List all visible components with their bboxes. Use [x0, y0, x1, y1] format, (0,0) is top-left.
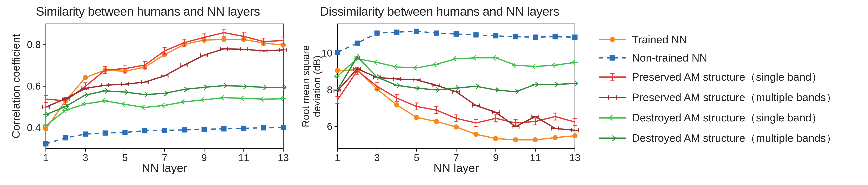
legend-swatch-square-icon [598, 51, 627, 64]
svg-point-247 [572, 133, 578, 138]
chart-similarity: Similarity between humans and NN layers … [6, 4, 289, 178]
svg-text:3: 3 [374, 152, 380, 163]
svg-rect-260 [572, 35, 578, 40]
svg-rect-253 [434, 31, 439, 36]
svg-point-242 [473, 132, 478, 137]
svg-text:NN layer: NN layer [142, 161, 187, 174]
svg-point-246 [553, 135, 558, 140]
legend-item: Destroyed AM structure（multiple bands） [598, 131, 837, 146]
svg-rect-48 [221, 126, 226, 132]
svg-point-244 [513, 137, 518, 142]
legend-swatch-left-icon [598, 112, 627, 124]
svg-text:1: 1 [335, 152, 340, 163]
legend-swatch-circle-icon [598, 33, 627, 46]
svg-rect-256 [493, 33, 498, 38]
svg-text:9: 9 [493, 152, 499, 163]
svg-point-238 [394, 103, 399, 107]
legend-item: Trained NN [598, 33, 837, 46]
legend-item: Preserved AM structure（multiple bands） [598, 90, 837, 105]
svg-rect-254 [454, 32, 459, 37]
svg-point-240 [434, 119, 439, 124]
svg-rect-252 [414, 29, 419, 34]
svg-point-241 [454, 124, 459, 130]
svg-text:9: 9 [202, 152, 207, 163]
svg-rect-250 [375, 31, 379, 36]
svg-rect-51 [281, 125, 286, 130]
svg-rect-257 [513, 34, 518, 39]
svg-point-245 [533, 137, 538, 142]
legend-label: Preserved AM structure（single band） [632, 70, 822, 84]
svg-text:0.4: 0.4 [27, 122, 41, 133]
svg-text:Correlation coefficient: Correlation coefficient [10, 34, 22, 139]
legend-item: Non-trained NN [598, 51, 837, 64]
svg-rect-258 [533, 35, 538, 40]
legend-label: Destroyed AM structure（single band） [632, 111, 822, 125]
svg-rect-47 [202, 127, 207, 132]
chart-dissimilarity: Dissimilarity between humans and NN laye… [298, 4, 581, 178]
chart-plot-dissimilarity: 6810135791113NN layerRoot mean squaredev… [298, 20, 581, 178]
svg-rect-249 [355, 41, 360, 46]
svg-text:10: 10 [321, 48, 333, 59]
svg-point-35 [221, 37, 226, 42]
legend-label: Trained NN [632, 33, 687, 46]
svg-text:11: 11 [238, 152, 249, 163]
chart-title-similarity: Similarity between humans and NN layers [36, 4, 260, 18]
svg-point-28 [83, 75, 88, 80]
svg-text:13: 13 [278, 152, 289, 163]
svg-text:5: 5 [414, 152, 420, 163]
svg-point-239 [414, 115, 419, 120]
svg-rect-251 [394, 30, 399, 35]
svg-rect-40 [63, 135, 68, 140]
svg-text:deviation (dB): deviation (dB) [311, 56, 322, 117]
legend-swatch-xtick-icon [598, 71, 627, 83]
chart-title-dissimilarity: Dissimilarity between humans and NN laye… [320, 4, 559, 18]
legend: Trained NN Non-trained NN Preserved AM s… [589, 4, 837, 146]
svg-rect-46 [182, 127, 187, 133]
svg-rect-248 [335, 50, 340, 55]
svg-rect-43 [122, 130, 127, 135]
svg-rect-50 [261, 125, 266, 130]
legend-label: Preserved AM structure（multiple bands） [632, 90, 837, 105]
svg-text:6: 6 [327, 121, 333, 132]
svg-text:8: 8 [327, 84, 333, 96]
figure-container: Similarity between humans and NN layers … [0, 0, 868, 185]
svg-text:3: 3 [83, 152, 88, 163]
svg-rect-259 [553, 34, 558, 39]
svg-text:11: 11 [530, 152, 541, 163]
svg-text:13: 13 [569, 152, 580, 163]
svg-point-243 [493, 136, 498, 141]
legend-label: Destroyed AM structure（multiple bands） [632, 131, 837, 146]
svg-rect-44 [142, 128, 147, 133]
chart-plot-similarity: 0.40.60.8135791113NN layerCorrelation co… [6, 20, 289, 178]
svg-rect-49 [241, 126, 246, 131]
svg-text:0.6: 0.6 [27, 81, 41, 92]
legend-swatch-ytick-icon [598, 91, 627, 104]
svg-point-235 [335, 68, 340, 73]
svg-rect-255 [473, 32, 478, 37]
svg-rect-45 [162, 128, 167, 133]
svg-point-418 [610, 37, 615, 42]
legend-item: Preserved AM structure（single band） [598, 70, 837, 84]
svg-text:0.8: 0.8 [27, 39, 41, 50]
svg-text:1: 1 [43, 152, 49, 163]
svg-rect-42 [103, 131, 108, 136]
legend-label: Non-trained NN [632, 51, 707, 64]
svg-text:NN layer: NN layer [433, 161, 479, 174]
svg-rect-39 [43, 141, 48, 146]
legend-swatch-right-icon [598, 132, 627, 144]
svg-text:Root mean square: Root mean square [300, 45, 311, 127]
svg-text:5: 5 [122, 152, 128, 163]
svg-rect-41 [83, 132, 88, 137]
legend-item: Destroyed AM structure（single band） [598, 111, 837, 125]
svg-rect-420 [610, 55, 615, 61]
svg-rect-208 [337, 24, 575, 149]
